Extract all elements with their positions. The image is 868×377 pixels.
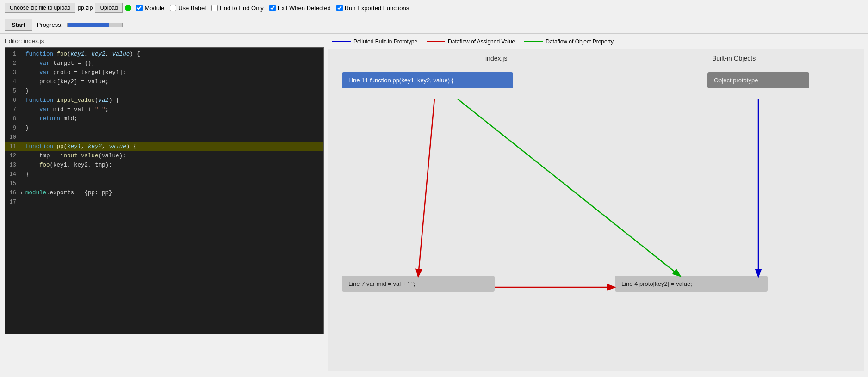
- code-line: 16 i module.exports = {pp: pp}: [5, 188, 323, 198]
- module-label: Module: [144, 5, 164, 12]
- code-line: 15: [5, 179, 323, 188]
- progress-bar-fill: [68, 23, 109, 27]
- status-indicator: [125, 5, 131, 11]
- legend-red-label: Dataflow of Assigned Value: [448, 38, 515, 45]
- node-bottom-left: Line 7 var mid = val + " ";: [342, 276, 495, 292]
- section-builtin-label: Built-in Objects: [712, 55, 756, 62]
- node-top-gray: Object.prototype: [707, 72, 809, 88]
- code-line: 5 }: [5, 87, 323, 96]
- start-button[interactable]: Start: [5, 19, 32, 31]
- code-line-highlighted: 11 function pp(key1, key2, value) {: [5, 142, 323, 151]
- svg-line-0: [418, 99, 434, 276]
- code-editor[interactable]: 1 function foo(key1, key2, value) { 2 va…: [5, 47, 324, 334]
- editor-title: Editor: index.js: [5, 37, 324, 44]
- second-bar: Start Progress:: [0, 16, 868, 34]
- legend-blue-label: Polluted Built-in Prototype: [353, 38, 417, 45]
- legend: Polluted Built-in Prototype Dataflow of …: [328, 37, 864, 49]
- code-line: 4 proto[key2] = value;: [5, 77, 323, 87]
- exit-when-detected-checkbox-label[interactable]: Exit When Detected: [269, 5, 331, 12]
- progress-bar-container: [67, 23, 123, 27]
- file-name: pp.zip: [78, 5, 93, 11]
- node-bottom-right: Line 4 proto[key2] = value;: [615, 276, 768, 292]
- code-line: 13 foo(key1, key2, tmp);: [5, 161, 323, 170]
- run-exported-checkbox-label[interactable]: Run Exported Functions: [336, 5, 409, 12]
- main-content: Editor: index.js 1 function foo(key1, ke…: [0, 34, 868, 374]
- code-line: 10: [5, 133, 323, 142]
- run-exported-label: Run Exported Functions: [345, 5, 409, 12]
- use-babel-label: Use Babel: [178, 5, 206, 12]
- legend-green-line: [524, 41, 543, 42]
- code-line: 1 function foo(key1, key2, value) {: [5, 49, 323, 59]
- node-top-blue: Line 11 function pp(key1, key2, value) {: [342, 72, 513, 88]
- end-to-end-checkbox-label[interactable]: End to End Only: [211, 5, 264, 12]
- code-line: 9 }: [5, 124, 323, 133]
- legend-blue-line: [332, 41, 351, 42]
- upload-button[interactable]: Upload: [95, 3, 123, 13]
- exit-when-detected-checkbox[interactable]: [269, 5, 276, 11]
- code-line: 14 }: [5, 170, 323, 179]
- code-line: 8 return mid;: [5, 114, 323, 124]
- legend-red: Dataflow of Assigned Value: [427, 38, 515, 45]
- module-checkbox-label[interactable]: Module: [136, 5, 164, 12]
- exit-when-detected-label: Exit When Detected: [278, 5, 331, 12]
- editor-panel: Editor: index.js 1 function foo(key1, ke…: [0, 34, 324, 374]
- legend-red-line: [427, 41, 445, 42]
- code-line: 6 function input_value(val) {: [5, 96, 323, 105]
- section-index-label: index.js: [485, 55, 507, 62]
- legend-green-label: Dataflow of Object Property: [546, 38, 614, 45]
- choose-zip-button[interactable]: Choose zip file to upload: [5, 3, 75, 13]
- use-babel-checkbox[interactable]: [170, 5, 176, 11]
- diagram-arrows: [328, 49, 864, 371]
- code-line: 17: [5, 198, 323, 207]
- progress-label: Progress:: [37, 21, 63, 28]
- use-babel-checkbox-label[interactable]: Use Babel: [170, 5, 206, 12]
- checkboxes: Module Use Babel End to End Only Exit Wh…: [136, 5, 409, 12]
- diagram-canvas: index.js Built-in Objects Line 11 functi…: [328, 49, 864, 371]
- code-line: 3 var proto = target[key1];: [5, 68, 323, 77]
- code-line: 7 var mid = val + " ";: [5, 105, 323, 114]
- end-to-end-checkbox[interactable]: [211, 5, 218, 11]
- code-line: 2 var target = {};: [5, 59, 323, 68]
- top-bar: Choose zip file to upload pp.zip Upload …: [0, 0, 868, 16]
- legend-green: Dataflow of Object Property: [524, 38, 614, 45]
- end-to-end-label: End to End Only: [220, 5, 264, 12]
- legend-blue: Polluted Built-in Prototype: [332, 38, 417, 45]
- code-line: 12 tmp = input_value(value);: [5, 151, 323, 161]
- run-exported-checkbox[interactable]: [336, 5, 343, 11]
- module-checkbox[interactable]: [136, 5, 143, 11]
- diagram-panel: Polluted Built-in Prototype Dataflow of …: [324, 34, 868, 374]
- upload-section: Choose zip file to upload pp.zip Upload: [5, 3, 131, 13]
- svg-line-1: [458, 99, 680, 276]
